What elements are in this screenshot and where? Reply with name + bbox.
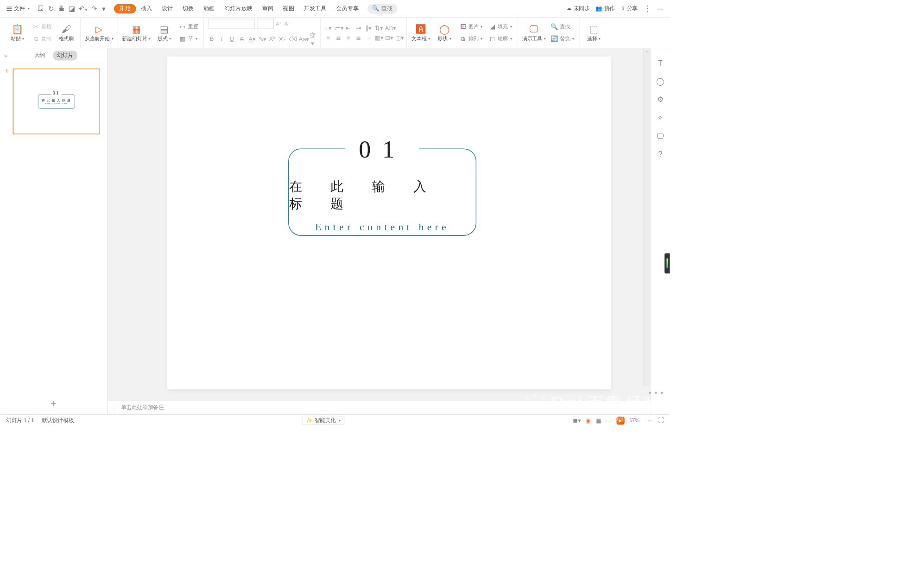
search-input[interactable]: 🔍 查找 bbox=[367, 4, 398, 14]
tab-design[interactable]: 设计 bbox=[157, 0, 178, 17]
bullets-icon[interactable]: ≡▾ bbox=[324, 24, 332, 32]
sorter-view-icon[interactable]: ▦ bbox=[596, 417, 601, 424]
present-tools-button[interactable]: 🖵 演示工具▾ bbox=[522, 24, 546, 42]
help-icon[interactable]: ? bbox=[658, 150, 663, 158]
panel-tab-slides[interactable]: 幻灯片 bbox=[53, 51, 77, 60]
replace-button[interactable]: 🔄替换▾ bbox=[549, 34, 576, 44]
columns-icon[interactable]: ▥▾ bbox=[375, 34, 382, 42]
qat-customize-icon[interactable]: ▾ bbox=[102, 5, 105, 13]
save-icon[interactable]: 🖫 bbox=[37, 5, 44, 13]
increase-font-icon[interactable]: A⁺ bbox=[274, 19, 283, 29]
tab-insert[interactable]: 插入 bbox=[136, 0, 157, 17]
fit-window-icon[interactable]: ⛶ bbox=[658, 417, 664, 424]
align-center-icon[interactable]: ≣ bbox=[335, 34, 342, 42]
slide-thumbnail-1[interactable]: 1 01 在 此 输 入 标 题 Enter content here bbox=[6, 69, 102, 134]
more-menu-icon[interactable]: ⋮ bbox=[644, 4, 652, 13]
superscript-icon[interactable]: X² bbox=[268, 36, 276, 43]
outline-button[interactable]: ◻轮廓▾ bbox=[487, 34, 514, 44]
save-as-icon[interactable]: ↻ bbox=[48, 5, 54, 13]
canvas-viewport[interactable]: 01 在 此 输 入 标 题 Enter content here ˄ bbox=[108, 48, 651, 401]
convert-smartart-icon[interactable]: ◫▾ bbox=[395, 34, 403, 42]
align-left-icon[interactable]: ≡ bbox=[324, 34, 332, 41]
italic-icon[interactable]: I bbox=[218, 36, 226, 43]
font-name-input[interactable] bbox=[208, 19, 255, 29]
panel-tab-outline[interactable]: 大纲 bbox=[30, 51, 49, 60]
print-icon[interactable]: 🖶 bbox=[58, 5, 65, 13]
align-right-icon[interactable]: ≡ bbox=[345, 34, 352, 41]
title-english[interactable]: Enter content here bbox=[315, 221, 449, 233]
fill-button[interactable]: ◢填充▾ bbox=[487, 22, 514, 32]
underline-icon[interactable]: U bbox=[228, 36, 235, 43]
align-text-icon[interactable]: AB▾ bbox=[385, 24, 392, 32]
reading-view-icon[interactable]: ▭ bbox=[606, 417, 612, 424]
notes-view-icon[interactable]: ≣▾ bbox=[573, 417, 581, 424]
distribute-icon[interactable]: ⫞ bbox=[365, 34, 372, 41]
collapse-ribbon-icon[interactable]: ︿ bbox=[658, 5, 664, 12]
numbering-icon[interactable]: ≔▾ bbox=[335, 24, 342, 32]
tab-member[interactable]: 会员专享 bbox=[331, 0, 364, 17]
strike-icon[interactable]: S̶ bbox=[238, 35, 246, 43]
textbox-button[interactable]: 🅰 文本框▾ bbox=[411, 24, 431, 42]
bold-icon[interactable]: B bbox=[208, 36, 215, 43]
rail-more-icon[interactable]: • • • bbox=[649, 389, 664, 398]
align-justify-icon[interactable]: ≣ bbox=[355, 34, 362, 42]
from-current-button[interactable]: ▷ 从当前开始▾ bbox=[85, 24, 114, 42]
indent-dec-icon[interactable]: ⇤ bbox=[345, 24, 352, 32]
font-size-input[interactable] bbox=[257, 19, 274, 29]
decrease-font-icon[interactable]: A⁻ bbox=[283, 19, 292, 29]
monitor-icon[interactable]: 🖵 bbox=[657, 132, 664, 140]
collapse-panel-icon[interactable]: « bbox=[4, 52, 7, 59]
section-button[interactable]: ▥节▾ bbox=[178, 34, 200, 44]
sync-status[interactable]: ☁ 未同步 bbox=[566, 5, 589, 12]
magic-icon[interactable]: ✧ bbox=[657, 114, 663, 122]
find-button[interactable]: 🔍查找 bbox=[549, 22, 576, 32]
copy-button[interactable]: ⧉复制 bbox=[31, 34, 53, 44]
scrollbar-up-icon[interactable]: ˄ bbox=[645, 51, 649, 52]
slide-number-text[interactable]: 01 bbox=[345, 136, 419, 164]
shape-button[interactable]: ◯ 形状▾ bbox=[434, 24, 455, 42]
tab-transition[interactable]: 切换 bbox=[178, 0, 199, 17]
arrange-button[interactable]: ⧉排列▾ bbox=[458, 34, 484, 44]
image-button[interactable]: 🖼图片▾ bbox=[458, 22, 484, 32]
format-painter-button[interactable]: 🖌 格式刷 bbox=[56, 24, 76, 42]
zoom-out-icon[interactable]: − bbox=[641, 417, 645, 424]
layout-button[interactable]: ▤ 版式▾ bbox=[154, 24, 175, 42]
collab-button[interactable]: 👥 协作 bbox=[595, 5, 614, 12]
normal-view-icon[interactable]: ▣ bbox=[585, 417, 591, 424]
tab-devtools[interactable]: 开发工具 bbox=[299, 0, 331, 17]
vertical-align-icon[interactable]: ⊟▾ bbox=[385, 34, 392, 42]
notes-pane[interactable]: ≡ 单击此处添加备注 bbox=[108, 401, 651, 414]
new-slide-button[interactable]: ▦ 新建幻灯片▾ bbox=[122, 24, 151, 42]
add-slide-button[interactable]: ＋ bbox=[49, 397, 58, 410]
tab-slideshow[interactable]: 幻灯片放映 bbox=[219, 0, 257, 17]
line-spacing-icon[interactable]: ‖▾ bbox=[365, 24, 372, 32]
slideshow-button[interactable]: ▶ bbox=[617, 417, 625, 424]
print-preview-icon[interactable]: ◪ bbox=[69, 5, 75, 13]
text-direction-icon[interactable]: ⇅▾ bbox=[375, 24, 382, 32]
clear-format-icon[interactable]: ⌫ bbox=[289, 35, 296, 43]
paste-button[interactable]: 📋 粘贴▾ bbox=[7, 24, 28, 42]
title-chinese[interactable]: 在 此 输 入 标 题 bbox=[289, 178, 476, 212]
side-panel-handle[interactable] bbox=[665, 253, 670, 274]
font-color-icon[interactable]: A▾ bbox=[248, 35, 256, 43]
text-tool-icon[interactable]: T bbox=[658, 59, 663, 68]
zoom-in-icon[interactable]: ＋ bbox=[647, 417, 653, 424]
redo-icon[interactable]: ↷ bbox=[91, 5, 97, 13]
idea-icon[interactable]: ◯ bbox=[656, 77, 665, 86]
change-case-icon[interactable]: Aa▾ bbox=[299, 35, 306, 43]
cut-button[interactable]: ✂剪切 bbox=[31, 22, 53, 32]
slide-canvas[interactable]: 01 在 此 输 入 标 题 Enter content here bbox=[167, 57, 611, 389]
share-button[interactable]: ⇪ 分享 bbox=[621, 5, 638, 12]
tab-view[interactable]: 视图 bbox=[278, 0, 299, 17]
tab-review[interactable]: 审阅 bbox=[257, 0, 278, 17]
tab-animation[interactable]: 动画 bbox=[198, 0, 219, 17]
indent-inc-icon[interactable]: ⇥ bbox=[355, 24, 362, 32]
vertical-scrollbar[interactable]: ˄ bbox=[643, 48, 651, 386]
reset-button[interactable]: ▭重置 bbox=[178, 22, 200, 32]
subscript-icon[interactable]: X₂ bbox=[278, 35, 286, 43]
select-button[interactable]: ⬚ 选择▾ bbox=[584, 24, 604, 42]
highlight-icon[interactable]: ✎▾ bbox=[259, 35, 266, 43]
tab-start[interactable]: 开始 bbox=[114, 4, 136, 13]
settings-slider-icon[interactable]: ⚙ bbox=[657, 95, 664, 104]
title-box-shape[interactable]: 01 在 此 输 入 标 题 Enter content here bbox=[288, 148, 476, 236]
